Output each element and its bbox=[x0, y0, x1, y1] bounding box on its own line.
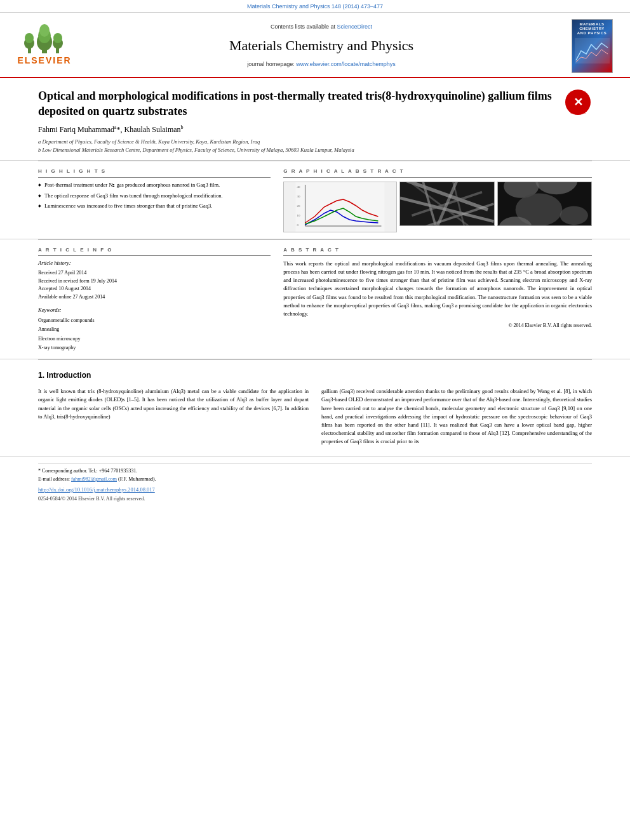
highlight-item-3: Luminescence was increased to five times… bbox=[38, 203, 271, 210]
ga-sem2-svg: 1μm bbox=[498, 182, 591, 226]
svg-rect-7 bbox=[56, 48, 59, 53]
highlights-column: H I G H L I G H T S Post-thermal treatme… bbox=[38, 168, 271, 232]
info-abstract-section: A R T I C L E I N F O Article history: R… bbox=[0, 240, 630, 360]
graphical-abstract-column: G R A P H I C A L A B S T R A C T bbox=[283, 168, 592, 232]
author-separator: *, bbox=[117, 125, 124, 134]
ga-sem1-svg: 1μm bbox=[400, 182, 493, 226]
article-history: Article history: Received 27 April 2014 … bbox=[38, 260, 271, 302]
highlights-heading: H I G H L I G H T S bbox=[38, 168, 271, 177]
author2-name: Khaulah Sulaiman bbox=[124, 125, 181, 134]
ga-top-row: 40 30 20 10 0 bbox=[283, 182, 592, 232]
footer-divider bbox=[38, 463, 592, 463]
journal-info-center: Contents lists available at ScienceDirec… bbox=[83, 19, 560, 73]
page: Materials Chemistry and Physics 148 (201… bbox=[0, 0, 630, 840]
homepage-line: journal homepage: www.elsevier.com/locat… bbox=[247, 60, 396, 69]
svg-rect-10 bbox=[575, 38, 610, 63]
intro-col-2: gallium (Gaq3) received considerable att… bbox=[321, 387, 592, 446]
online-date: Available online 27 August 2014 bbox=[38, 293, 271, 302]
keywords-list: Organometallic compounds Annealing Elect… bbox=[38, 316, 271, 353]
elsevier-brand: ELSEVIER bbox=[17, 55, 71, 67]
keyword-4: X-ray tomography bbox=[38, 343, 271, 352]
journal-reference-bar: Materials Chemistry and Physics 148 (201… bbox=[0, 0, 630, 13]
article-title: Optical and morphological modifications … bbox=[38, 88, 558, 119]
article-footer: * Corresponding author. Tel.: +964 77019… bbox=[0, 456, 630, 509]
abstract-text: This work reports the optical and morpho… bbox=[283, 260, 592, 318]
homepage-label: journal homepage: bbox=[247, 61, 295, 67]
svg-text:✕: ✕ bbox=[573, 96, 583, 109]
intro-title: 1. Introduction bbox=[38, 370, 592, 381]
authors-line: Fahmi Fariq Muhammada*, Khaulah Sulaiman… bbox=[38, 124, 558, 135]
footer-doi: http://dx.doi.org/10.1016/j.matchemphys.… bbox=[38, 486, 592, 494]
elsevier-logo: ELSEVIER bbox=[17, 24, 71, 67]
sciencedirect-link[interactable]: ScienceDirect bbox=[337, 23, 373, 30]
abstract-column: A B S T R A C T This work reports the op… bbox=[283, 246, 592, 353]
svg-point-9 bbox=[53, 33, 62, 43]
abstract-heading: A B S T R A C T bbox=[283, 246, 592, 256]
svg-point-36 bbox=[560, 206, 587, 224]
revised-date: Received in revised form 19 July 2014 bbox=[38, 277, 271, 286]
article-title-section: Optical and morphological modifications … bbox=[0, 78, 630, 161]
svg-point-6 bbox=[25, 33, 34, 43]
contents-label: Contents lists available at bbox=[271, 23, 335, 30]
journal-header: ELSEVIER Contents lists available at Sci… bbox=[0, 13, 630, 78]
introduction-section: 1. Introduction It is well known that tr… bbox=[0, 360, 630, 456]
crossmark-icon: ✕ CrossMark bbox=[564, 88, 592, 116]
article-info-column: A R T I C L E I N F O Article history: R… bbox=[38, 246, 271, 353]
elsevier-logo-area: ELSEVIER bbox=[13, 19, 76, 73]
crossmark-svg: ✕ CrossMark bbox=[564, 88, 592, 116]
journal-cover-area: MATERIALS CHEMISTRY AND PHYSICS bbox=[566, 19, 617, 73]
svg-rect-14 bbox=[296, 182, 385, 232]
affiliation-b: b Low Dimensional Materials Research Cen… bbox=[38, 146, 558, 154]
elsevier-tree-icon bbox=[19, 24, 70, 55]
graphical-abstract-images: 40 30 20 10 0 bbox=[283, 182, 592, 232]
keywords-section: Keywords: Organometallic compounds Annea… bbox=[38, 307, 271, 352]
svg-text:CrossMark: CrossMark bbox=[570, 110, 586, 114]
email-label: E-mail address: bbox=[38, 476, 70, 482]
svg-rect-4 bbox=[28, 48, 31, 53]
keyword-3: Electron microscopy bbox=[38, 335, 271, 343]
cover-title: MATERIALS CHEMISTRY AND PHYSICS bbox=[577, 22, 607, 36]
ga-chart-svg: 40 30 20 10 0 bbox=[284, 182, 396, 232]
received-date: Received 27 April 2014 bbox=[38, 269, 271, 277]
ga-chart-image: 40 30 20 10 0 bbox=[283, 182, 397, 232]
accepted-date: Accepted 10 August 2014 bbox=[38, 285, 271, 293]
svg-text:20: 20 bbox=[297, 204, 301, 208]
svg-text:30: 30 bbox=[297, 195, 301, 198]
corresponding-label: * Corresponding author. Tel.: +964 77019… bbox=[38, 468, 137, 474]
author2-sup: b bbox=[181, 124, 184, 130]
svg-point-3 bbox=[39, 24, 50, 37]
intro-col2-text: gallium (Gaq3) received considerable att… bbox=[321, 388, 592, 444]
svg-text:10: 10 bbox=[297, 214, 301, 217]
email-note: (F.F. Muhammad). bbox=[118, 476, 156, 482]
affiliations: a Department of Physics, Faculty of Scie… bbox=[38, 138, 558, 154]
journal-cover-image: MATERIALS CHEMISTRY AND PHYSICS bbox=[572, 19, 613, 73]
ga-sem-image-1: 1μm bbox=[399, 182, 494, 226]
author1-name: Fahmi Fariq Muhammad bbox=[38, 125, 114, 134]
article-info-heading: A R T I C L E I N F O bbox=[38, 246, 271, 256]
intro-two-col: It is well known that tris (8-hydroxyqui… bbox=[38, 387, 592, 446]
keyword-2: Annealing bbox=[38, 325, 271, 334]
journal-reference: Materials Chemistry and Physics 148 (201… bbox=[247, 3, 383, 10]
footer-issn: 0254-0584/© 2014 Elsevier B.V. All right… bbox=[38, 495, 592, 502]
abstract-copyright: © 2014 Elsevier B.V. All rights reserved… bbox=[283, 322, 592, 329]
contents-available-line: Contents lists available at ScienceDirec… bbox=[271, 23, 372, 31]
intro-col1-text: It is well known that tris (8-hydroxyqui… bbox=[38, 388, 309, 420]
email-link[interactable]: fahmi982@gmail.com bbox=[71, 476, 117, 482]
highlight-item-2: The optical response of Gaq3 film was tu… bbox=[38, 192, 271, 200]
svg-text:40: 40 bbox=[297, 185, 301, 189]
footer-corresponding: * Corresponding author. Tel.: +964 77019… bbox=[38, 467, 592, 484]
highlights-list: Post-thermal treatment under N₂ gas prod… bbox=[38, 182, 271, 211]
history-label: Article history: bbox=[38, 260, 271, 267]
intro-col-1: It is well known that tris (8-hydroxyqui… bbox=[38, 387, 309, 446]
homepage-link[interactable]: www.elsevier.com/locate/matchemphys bbox=[296, 61, 396, 67]
cover-chart-icon bbox=[575, 38, 610, 63]
doi-link[interactable]: http://dx.doi.org/10.1016/j.matchemphys.… bbox=[38, 486, 155, 493]
keyword-1: Organometallic compounds bbox=[38, 316, 271, 325]
affiliation-a: a Department of Physics, Faculty of Scie… bbox=[38, 138, 558, 146]
ga-sem-image-2: 1μm bbox=[497, 182, 592, 226]
highlight-item-1: Post-thermal treatment under N₂ gas prod… bbox=[38, 182, 271, 189]
highlights-graphical-section: H I G H L I G H T S Post-thermal treatme… bbox=[0, 161, 630, 239]
graphical-abstract-heading: G R A P H I C A L A B S T R A C T bbox=[283, 168, 592, 177]
journal-title: Materials Chemistry and Physics bbox=[229, 36, 413, 56]
keywords-label: Keywords: bbox=[38, 307, 271, 314]
